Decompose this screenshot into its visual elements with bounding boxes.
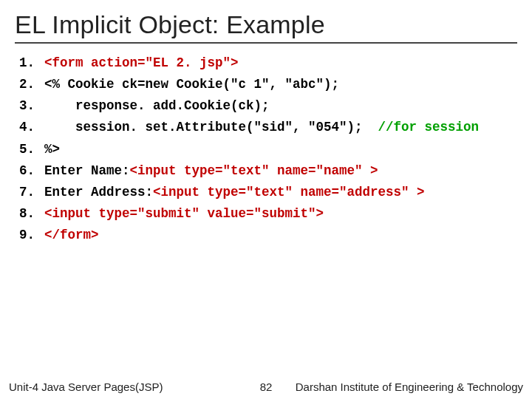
code-line: 1. <form action="EL 2. jsp"> bbox=[19, 55, 517, 70]
page-title: EL Implicit Object: Example bbox=[15, 10, 517, 44]
line-number: 2. bbox=[19, 77, 44, 92]
code-markup: <input type="text" name="address" > bbox=[153, 185, 425, 200]
code-line: 4. session. set.Attribute("sid", "054");… bbox=[19, 120, 517, 134]
code-text: response. add.Cookie(ck); bbox=[44, 98, 270, 113]
code-pre: Enter Name: bbox=[44, 163, 130, 178]
code-markup: <form action="EL 2. jsp"> bbox=[44, 55, 239, 70]
line-number: 3. bbox=[19, 98, 44, 113]
code-text: </form> bbox=[44, 228, 99, 242]
code-markup: <input type="submit" value="submit"> bbox=[44, 206, 324, 221]
footer-unit: Unit-4 Java Server Pages(JSP) bbox=[0, 381, 244, 393]
code-text: <form action="EL 2. jsp"> bbox=[44, 55, 239, 70]
slide: EL Implicit Object: Example 1. <form act… bbox=[0, 0, 532, 399]
code-line: 9. </form> bbox=[19, 228, 517, 242]
code-pre: session. set.Attribute("sid", "054"); bbox=[44, 120, 378, 134]
code-text: <% Cookie ck=new Cookie("c 1", "abc"); bbox=[44, 77, 339, 92]
code-markup: <input type="text" name="name" > bbox=[130, 163, 378, 178]
code-line: 2. <% Cookie ck=new Cookie("c 1", "abc")… bbox=[19, 77, 517, 92]
line-number: 1. bbox=[19, 55, 44, 70]
footer: Unit-4 Java Server Pages(JSP) 82 Darshan… bbox=[0, 374, 532, 399]
code-text: %> bbox=[44, 142, 60, 157]
code-line: 6. Enter Name:<input type="text" name="n… bbox=[19, 163, 517, 178]
code-line: 8. <input type="submit" value="submit"> bbox=[19, 206, 517, 221]
line-number: 4. bbox=[19, 120, 44, 134]
footer-institute: Darshan Institute of Engineering & Techn… bbox=[288, 381, 532, 393]
line-number: 5. bbox=[19, 142, 44, 157]
line-number: 6. bbox=[19, 163, 44, 178]
code-comment: //for session bbox=[378, 120, 480, 134]
code-text: Enter Name:<input type="text" name="name… bbox=[44, 163, 378, 178]
code-text: Enter Address:<input type="text" name="a… bbox=[44, 185, 425, 200]
code-line: 7. Enter Address:<input type="text" name… bbox=[19, 185, 517, 200]
code-text: <input type="submit" value="submit"> bbox=[44, 206, 324, 221]
code-text: session. set.Attribute("sid", "054"); //… bbox=[44, 120, 479, 134]
code-block: 1. <form action="EL 2. jsp"> 2. <% Cooki… bbox=[15, 55, 517, 242]
code-line: 5. %> bbox=[19, 142, 517, 157]
line-number: 7. bbox=[19, 185, 44, 200]
line-number: 9. bbox=[19, 228, 44, 242]
code-line: 3. response. add.Cookie(ck); bbox=[19, 98, 517, 113]
code-pre: Enter Address: bbox=[44, 185, 153, 200]
footer-page-number: 82 bbox=[244, 381, 288, 393]
line-number: 8. bbox=[19, 206, 44, 221]
code-markup: </form> bbox=[44, 228, 99, 242]
